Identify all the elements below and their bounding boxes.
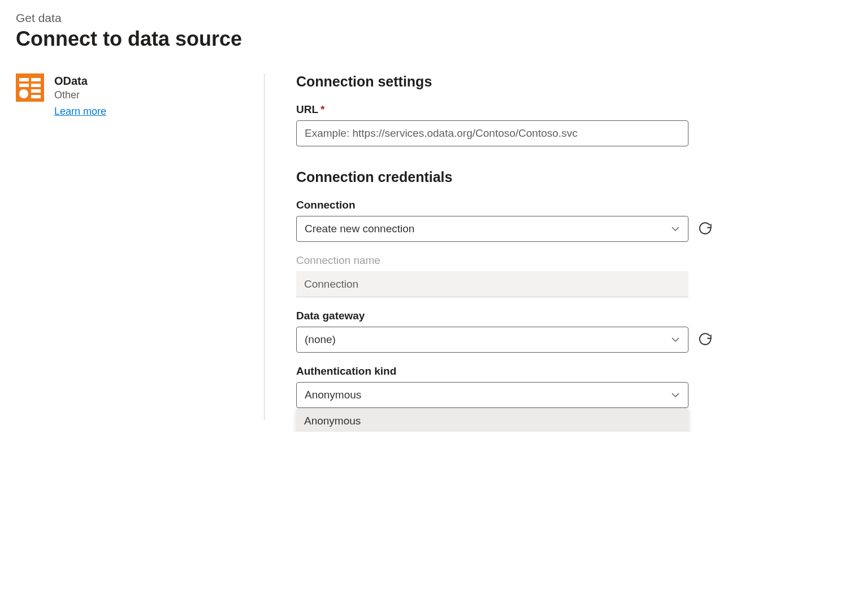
chevron-down-icon [671, 391, 680, 400]
auth-kind-dropdown-value: Anonymous [305, 389, 361, 401]
refresh-gateway-icon[interactable] [699, 332, 713, 347]
connection-dropdown-value: Create new connection [305, 223, 414, 235]
gateway-dropdown[interactable]: (none) [296, 327, 688, 353]
connection-settings-title: Connection settings [296, 73, 720, 90]
learn-more-link[interactable]: Learn more [54, 106, 106, 118]
chevron-down-icon [671, 335, 680, 344]
connection-dropdown[interactable]: Create new connection [296, 216, 688, 242]
connector-name: OData [54, 73, 106, 88]
connector-card: OData Other Learn more [16, 73, 247, 118]
required-indicator: * [320, 103, 324, 115]
connection-name-input [296, 271, 688, 297]
svg-rect-7 [31, 95, 41, 98]
connection-label: Connection [296, 199, 720, 211]
svg-rect-3 [19, 84, 29, 87]
auth-kind-dropdown[interactable]: Anonymous [296, 382, 688, 408]
auth-kind-label: Authentication kind [296, 365, 720, 378]
connection-name-label: Connection name [296, 254, 720, 267]
gateway-dropdown-value: (none) [305, 333, 336, 346]
breadcrumb: Get data [16, 11, 833, 25]
svg-rect-2 [31, 78, 41, 81]
url-input[interactable] [296, 120, 688, 146]
svg-point-5 [19, 89, 28, 98]
connector-category: Other [54, 89, 106, 101]
auth-kind-dropdown-list: Anonymous Basic Organizational account [296, 408, 688, 432]
auth-option-anonymous[interactable]: Anonymous [296, 408, 688, 432]
svg-rect-4 [31, 84, 41, 87]
chevron-down-icon [671, 224, 680, 233]
connection-credentials-title: Connection credentials [296, 169, 720, 185]
connector-sidebar: OData Other Learn more [16, 73, 265, 420]
main-form: Connection settings URL* Connection cred… [265, 73, 833, 420]
url-label: URL* [296, 103, 720, 116]
gateway-label: Data gateway [296, 310, 720, 322]
odata-connector-icon [16, 73, 44, 102]
svg-rect-1 [19, 78, 29, 81]
svg-rect-6 [31, 89, 41, 93]
page-title: Connect to data source [16, 27, 833, 51]
refresh-connection-icon[interactable] [699, 222, 713, 236]
